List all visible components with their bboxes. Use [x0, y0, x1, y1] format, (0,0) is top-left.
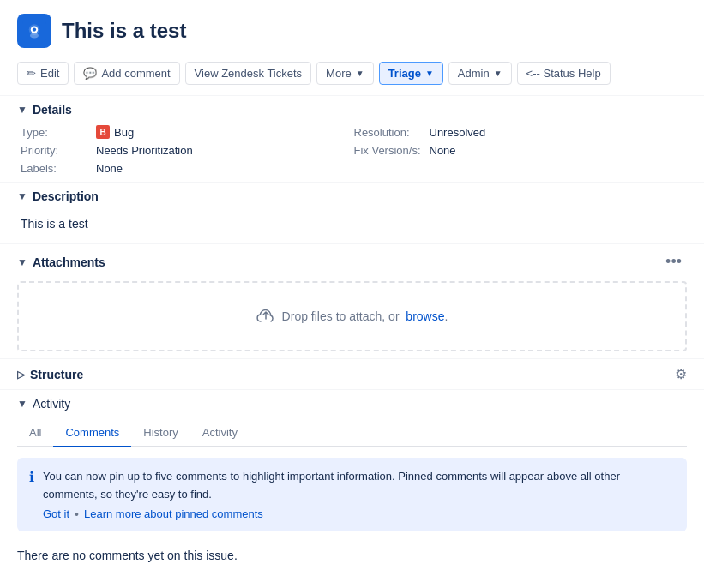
svg-point-4: [30, 33, 39, 39]
fix-version-value: None: [430, 144, 456, 157]
info-banner-actions: Got it • Learn more about pinned comment…: [43, 507, 675, 521]
structure-settings-icon[interactable]: ⚙: [675, 366, 687, 382]
upload-icon: [256, 307, 275, 326]
details-section: ▼ Details Type: B Bug Resolution: Unreso…: [0, 95, 704, 182]
description-text: This is a test: [17, 212, 687, 237]
add-comment-button[interactable]: 💬 Add comment: [74, 62, 179, 85]
labels-row: Labels: None: [21, 162, 354, 175]
priority-value: Needs Prioritization: [96, 144, 193, 157]
structure-collapse-icon[interactable]: ▷: [17, 369, 25, 381]
learn-more-link[interactable]: Learn more about pinned comments: [84, 507, 263, 520]
resolution-label: Resolution:: [354, 126, 423, 139]
resolution-row: Resolution: Unresolved: [354, 125, 688, 139]
tab-history[interactable]: History: [131, 419, 190, 447]
activity-tabs: All Comments History Activity: [17, 419, 687, 447]
bug-icon: B: [96, 125, 110, 139]
labels-value: None: [96, 162, 123, 175]
type-row: Type: B Bug: [21, 125, 354, 139]
details-section-header: ▼ Details: [17, 103, 687, 117]
labels-label: Labels:: [21, 162, 89, 175]
attachments-menu-button[interactable]: •••: [660, 251, 687, 273]
triage-button[interactable]: Triage ▼: [379, 62, 443, 85]
activity-section: ▼ Activity All Comments History Activity…: [0, 389, 704, 576]
edit-icon: ✏: [27, 67, 36, 80]
got-it-link[interactable]: Got it: [43, 507, 69, 520]
toolbar: ✏ Edit 💬 Add comment View Zendesk Ticket…: [0, 58, 704, 95]
drop-zone[interactable]: Drop files to attach, or browse.: [17, 281, 687, 351]
attachments-title: Attachments: [33, 255, 105, 269]
no-comments-text: There are no comments yet on this issue.: [17, 542, 687, 569]
type-value: B Bug: [96, 125, 134, 139]
info-banner-text: You can now pin up to five comments to h…: [43, 468, 675, 504]
admin-button[interactable]: Admin ▼: [448, 62, 512, 85]
tab-comments[interactable]: Comments: [53, 419, 131, 447]
status-help-button[interactable]: <-- Status Help: [517, 62, 611, 85]
details-title: Details: [33, 103, 72, 117]
more-button[interactable]: More ▼: [316, 62, 374, 85]
more-chevron-icon: ▼: [356, 69, 364, 78]
attachments-section: ▼ Attachments ••• Drop files to attach, …: [0, 243, 704, 358]
attachments-header: ▼ Attachments •••: [17, 251, 687, 273]
page-title: This is a test: [62, 19, 186, 43]
page-header: This is a test: [0, 0, 704, 58]
tab-activity[interactable]: Activity: [190, 419, 250, 447]
fix-version-label: Fix Version/s:: [354, 144, 423, 157]
admin-chevron-icon: ▼: [494, 69, 502, 78]
type-label: Type:: [21, 126, 89, 139]
structure-section: ▷ Structure ⚙: [0, 358, 704, 389]
description-section: ▼ Description This is a test: [0, 182, 704, 243]
triage-chevron-icon: ▼: [425, 69, 434, 78]
info-banner: ℹ You can now pin up to five comments to…: [17, 458, 687, 531]
priority-row: Priority: Needs Prioritization: [21, 144, 354, 157]
description-collapse-icon[interactable]: ▼: [17, 190, 27, 202]
edit-button[interactable]: ✏ Edit: [17, 62, 69, 85]
priority-label: Priority:: [21, 144, 89, 157]
resolution-value: Unresolved: [430, 126, 486, 139]
activity-title: Activity: [33, 397, 70, 411]
drop-text: Drop files to attach, or browse.: [282, 309, 448, 323]
view-zendesk-button[interactable]: View Zendesk Tickets: [185, 62, 311, 85]
tab-all[interactable]: All: [17, 419, 53, 447]
attachments-collapse-icon[interactable]: ▼: [17, 256, 27, 268]
svg-point-3: [33, 28, 36, 32]
structure-title: Structure: [30, 368, 83, 381]
details-collapse-icon[interactable]: ▼: [17, 104, 27, 116]
browse-link[interactable]: browse: [406, 309, 444, 323]
activity-collapse-icon[interactable]: ▼: [17, 398, 27, 410]
info-icon: ℹ: [29, 469, 34, 485]
description-section-header: ▼ Description: [17, 189, 687, 203]
app-icon: [17, 14, 51, 48]
description-title: Description: [33, 189, 99, 203]
details-grid: Type: B Bug Resolution: Unresolved Prior…: [17, 125, 687, 175]
info-banner-content: You can now pin up to five comments to h…: [43, 468, 675, 521]
fix-version-row: Fix Version/s: None: [354, 144, 688, 157]
comment-icon: 💬: [83, 67, 97, 80]
